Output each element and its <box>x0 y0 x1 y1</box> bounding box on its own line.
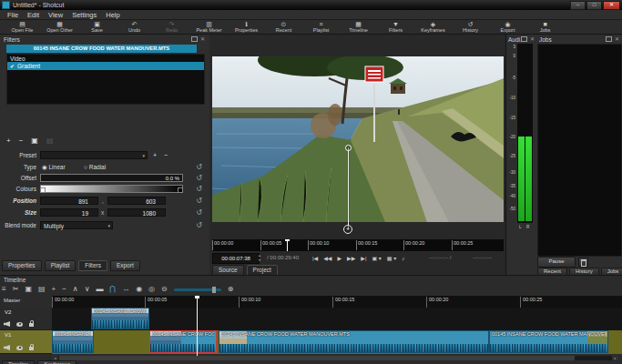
reset-position-icon[interactable]: ↺ <box>196 197 202 205</box>
menu-file[interactable]: File <box>3 11 23 19</box>
tab-export[interactable]: Export <box>110 260 140 271</box>
timeline-clip[interactable]: 00145 INSANE CROW FOOD WATER MANOUVER.MT… <box>219 330 489 353</box>
blend-mode-combobox[interactable]: Multiply▾ <box>40 221 113 229</box>
toolbar-playlist-button[interactable]: ≡ Playlist <box>302 21 340 33</box>
size-width-field[interactable]: 19 <box>40 208 98 217</box>
gradient-stop-black[interactable] <box>178 187 183 193</box>
toolbar-keyframes-button[interactable]: ◈ Keyframes <box>414 21 452 33</box>
gradient-start-handle[interactable] <box>345 145 352 151</box>
paste-icon[interactable]: ▤ <box>38 284 46 295</box>
filter-checkbox[interactable]: ✔ <box>10 64 15 69</box>
toolbar-properties-button[interactable]: ℹ Properties <box>228 21 265 33</box>
track-lane-V2[interactable]: 00145 INSANE CROW FOOD WATER MANOUVER.MT… <box>52 308 622 330</box>
position-y-field[interactable]: 603 <box>107 197 166 205</box>
tab-recent[interactable]: Recent <box>537 268 567 275</box>
add-filter-button[interactable]: + <box>6 136 11 145</box>
skip-to-start-button[interactable]: |◀ <box>312 255 318 261</box>
current-timecode-field[interactable]: 00:00:07:38 <box>212 253 260 264</box>
tab-history[interactable]: History <box>569 268 599 275</box>
lock-icon[interactable] <box>29 323 34 327</box>
zoom-in-icon[interactable]: ⊕ <box>228 284 234 295</box>
zoom-slider[interactable] <box>174 288 221 291</box>
toolbar-export-button[interactable]: ◉ Export <box>489 21 526 33</box>
lift-icon[interactable]: ∧ <box>73 284 78 295</box>
trash-icon[interactable] <box>578 258 588 267</box>
timecode-spinner[interactable]: ▴▾ <box>259 253 260 262</box>
gradient-end-handle[interactable]: + <box>343 225 352 234</box>
timeline-clip[interactable]: 00145 INSANE CROW FOOD WATER MANOUVER.MT… <box>489 330 608 353</box>
toolbar-redo-button[interactable]: ↷ Redo <box>153 21 190 33</box>
tab-properties[interactable]: Properties <box>2 260 42 271</box>
toolbar-open-file-button[interactable]: ▤ Open File <box>4 21 41 33</box>
close-button[interactable]: ✕ <box>603 1 620 10</box>
toolbar-peak-meter-button[interactable]: ▥ Peak Meter <box>190 21 228 33</box>
split-icon[interactable]: ▬ <box>97 284 104 295</box>
reset-size-icon[interactable]: ↺ <box>196 208 202 217</box>
tab-playlist[interactable]: Playlist <box>45 260 76 271</box>
volume-button[interactable]: ♪ <box>402 256 404 261</box>
cut-icon[interactable]: ✂ <box>13 284 19 295</box>
timeline-scrollbar[interactable]: ◂ ▸ <box>52 356 618 360</box>
reset-colours-icon[interactable]: ↺ <box>196 185 202 193</box>
copy-filters-icon[interactable]: ▣ <box>31 136 38 145</box>
ripple-icon[interactable]: ◉ <box>136 284 142 295</box>
ripple-all-tracks-icon[interactable]: ◎ <box>148 284 155 295</box>
ripple-delete-icon[interactable]: − <box>62 284 66 295</box>
play-button[interactable]: ▶ <box>337 255 342 261</box>
preview-scrub-ruler[interactable]: 00:00:0000:00:0500:00:1000:00:1500:00:20… <box>212 239 504 251</box>
snap-icon[interactable]: ⋂ <box>110 284 117 295</box>
reset-blend-icon[interactable]: ↺ <box>196 221 202 229</box>
position-x-field[interactable]: 891 <box>40 197 98 205</box>
timeline-ruler[interactable]: 00:00:0000:00:0500:00:1000:00:1500:00:20… <box>52 296 622 308</box>
grid-button[interactable]: ▦ ▾ <box>387 255 396 261</box>
in-out-button[interactable]: ▣ ▾ <box>372 255 381 261</box>
mute-icon[interactable] <box>4 321 10 327</box>
mute-icon[interactable] <box>4 345 10 350</box>
hide-icon[interactable] <box>16 346 23 350</box>
skip-to-end-button[interactable]: ▶| <box>361 255 366 261</box>
zoom-slider-thumb[interactable] <box>212 287 216 293</box>
maximize-button[interactable]: □ <box>586 1 602 10</box>
close-panel-icon[interactable]: ✕ <box>615 36 619 42</box>
type-linear-radio[interactable]: ◉ Linear <box>42 164 66 171</box>
preview-playhead[interactable] <box>287 239 288 251</box>
toolbar-jobs-button[interactable]: ■ Jobs <box>526 21 564 33</box>
float-panel-icon[interactable] <box>191 36 198 42</box>
menu-edit[interactable]: Edit <box>23 11 44 19</box>
rewind-button[interactable]: ◀◀ <box>323 255 331 261</box>
float-panel-icon[interactable] <box>606 36 612 42</box>
toolbar-save-button[interactable]: ▣ Save <box>78 21 116 33</box>
fast-forward-button[interactable]: ▶▶ <box>347 255 355 261</box>
remove-filter-button[interactable]: − <box>19 136 24 145</box>
gradient-colour-bar[interactable] <box>40 185 183 193</box>
track-head-V1[interactable]: V1 <box>0 330 52 354</box>
master-track-head[interactable]: Master <box>0 296 52 308</box>
close-panel-icon[interactable]: ✕ <box>530 36 535 42</box>
pause-button[interactable]: Pause <box>537 257 576 268</box>
filter-item-gradient[interactable]: ✔Gradient <box>7 62 204 70</box>
scrollbar-thumb[interactable] <box>59 356 575 360</box>
save-preset-button[interactable]: + <box>153 152 157 158</box>
timeline-clip[interactable]: 00145 INSANE CROW FOOD WATER MANOUVER.MT… <box>91 308 149 329</box>
type-radial-radio[interactable]: ○ Radial <box>84 164 106 170</box>
scroll-right-icon[interactable]: ▸ <box>612 356 618 360</box>
lock-icon[interactable] <box>29 347 34 350</box>
hide-icon[interactable] <box>16 322 23 327</box>
menu-settings[interactable]: Settings <box>67 11 101 19</box>
paste-filters-icon[interactable]: ▤ <box>46 136 54 145</box>
toolbar-timeline-button[interactable]: ▦ Timeline <box>340 21 377 33</box>
tab-keyframes[interactable]: Keyframes <box>37 360 76 364</box>
size-height-field[interactable]: 1080 <box>107 208 166 217</box>
append-icon[interactable]: + <box>52 284 56 295</box>
float-panel-icon[interactable] <box>521 36 527 42</box>
track-head-V2[interactable]: V2 <box>0 308 52 330</box>
timeline-clip[interactable]: 00145 INSANE CROW FOOD WATER MANOUVER.MT… <box>149 330 217 353</box>
tab-filters[interactable]: Filters <box>78 260 107 271</box>
timeline-menu-icon[interactable]: ≡ <box>2 284 6 295</box>
minimize-button[interactable]: – <box>570 1 586 10</box>
track-lane-V1[interactable]: 00145 INSANE CROW FOOD WATER MANOUVER.MT… <box>52 330 622 354</box>
gradient-stop-white[interactable] <box>40 187 46 193</box>
overwrite-icon[interactable]: ∨ <box>85 284 90 295</box>
toolbar-undo-button[interactable]: ↶ Undo <box>116 21 153 33</box>
timeline-playhead[interactable] <box>197 296 198 356</box>
